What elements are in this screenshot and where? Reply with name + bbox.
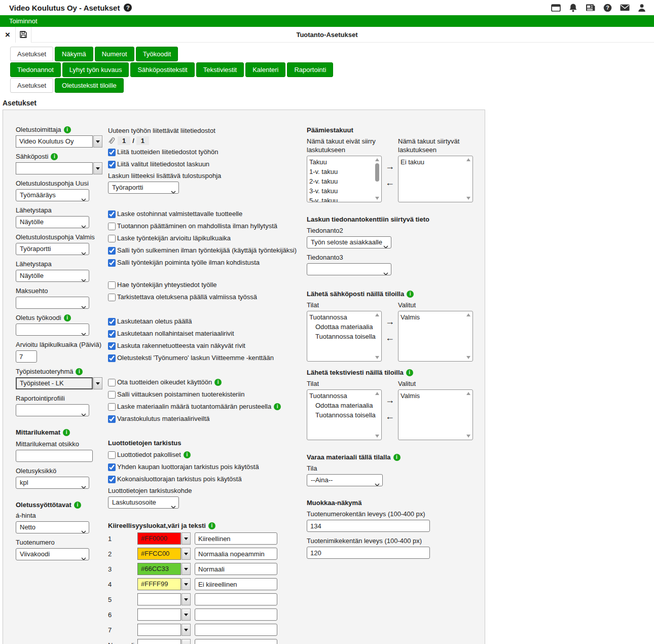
priority-color-combobox[interactable] [137,639,191,644]
oletustoimittaja-combobox[interactable]: Video Koulutus Oy [16,135,108,148]
email-valitut-listbox[interactable]: Valmis [398,311,473,362]
tuotenumero-select[interactable]: Viivakoodi [16,548,89,560]
priority-color-combobox[interactable]: #FF0000 [137,532,191,545]
priority-text-input[interactable] [195,609,277,621]
tab-asetukset[interactable]: Asetukset [10,47,53,61]
checkbox[interactable] [108,223,116,230]
priority-text-input[interactable] [195,532,277,545]
sms-valitut-listbox[interactable]: Valmis [398,389,473,440]
scroll-up-icon[interactable] [466,158,470,161]
lapikulkuaika-input[interactable] [16,350,37,363]
priority-color-combobox[interactable]: #FFCC00 [137,548,191,560]
priority-color-value[interactable] [137,639,181,644]
scroll-up-icon[interactable] [466,392,470,395]
checkbox[interactable] [108,403,116,411]
move-left-button[interactable]: ← [385,178,394,187]
window-icon[interactable] [551,4,561,12]
scroll-up-icon[interactable] [375,313,379,316]
scrollbar[interactable] [465,390,472,439]
save-button[interactable] [16,27,31,43]
checkbox[interactable] [108,235,116,242]
scroll-down-icon[interactable] [375,435,379,438]
tab-lyhyt-tyon-kuvaus[interactable]: Lyhyt työn kuvaus [62,62,129,77]
move-left-button[interactable]: ← [385,412,394,421]
checkbox[interactable] [108,294,116,301]
notifications-bell-icon[interactable] [569,3,577,12]
info-icon[interactable]: i [64,126,71,133]
oletustoimittaja-value[interactable]: Video Koulutus Oy [16,135,93,148]
tab-raportointi[interactable]: Raportointi [287,62,333,77]
checkbox[interactable] [108,281,116,289]
tulostuspohja-uusi-select[interactable]: Työmääräys [16,189,89,201]
move-right-button[interactable]: → [385,317,394,326]
move-left-button[interactable]: ← [385,333,394,342]
tuotenumero-leveys-input[interactable] [307,520,430,532]
dropdown-button[interactable] [181,593,191,605]
checkbox[interactable] [108,149,116,156]
tab-asetukset-sub[interactable]: Asetukset [10,78,53,93]
priority-color-combobox[interactable] [137,593,191,605]
info-icon[interactable]: i [51,153,58,160]
priority-color-combobox[interactable]: #FFFF99 [137,578,191,590]
sms-tilat-listbox[interactable]: Tuotannossa Odottaa materiaalia Tuotanno… [307,389,382,440]
list-item[interactable]: 2-v. takuu [309,176,373,186]
checkbox[interactable] [108,210,116,218]
info-icon[interactable]: i [274,403,281,410]
priority-color-value[interactable]: #FFFF99 [137,578,181,590]
tab-tekstiviestit[interactable]: Tekstiviestit [196,62,244,77]
list-item[interactable]: 1-v. takuu [309,167,373,176]
priority-text-input[interactable] [195,578,277,590]
tab-tiedonannot[interactable]: Tiedonannot [10,62,61,77]
list-item[interactable]: Tuotannossa toisella [309,410,373,420]
priority-color-value[interactable] [137,609,181,621]
dropdown-button[interactable] [181,548,191,560]
mail-icon[interactable] [620,4,630,11]
takuu-available-listbox[interactable]: Takuu 1-v. takuu 2-v. takuu 3-v. takuu 5… [307,156,382,202]
a-hinta-select[interactable]: Netto [16,521,89,533]
priority-color-value[interactable]: #FF0000 [137,532,181,545]
sahkoposti-value[interactable] [16,162,93,174]
info-icon[interactable]: i [76,368,83,375]
laskun-tulostuspohja-select[interactable]: Työraportti [108,182,179,194]
scrollbar[interactable] [374,157,381,201]
menu-toiminnot[interactable]: Toiminnot [9,17,38,25]
list-item[interactable]: Tuotannossa [309,312,373,322]
takuu-selected-listbox[interactable]: Ei takuu [398,156,473,202]
dropdown-button[interactable] [93,377,102,389]
checkbox[interactable] [108,318,116,326]
list-item[interactable]: 5-v. takuu [309,196,373,202]
raportointiprofiili-select[interactable] [16,404,89,416]
priority-text-input[interactable] [195,548,277,560]
dropdown-button[interactable] [181,578,191,590]
list-item[interactable]: Odottaa materiaalia [309,401,373,410]
move-right-button[interactable]: → [385,162,394,171]
checkbox[interactable] [108,259,116,267]
tiedonanto2-select[interactable]: Työn seloste asiakkaalle [307,236,391,248]
dropdown-button[interactable] [181,624,191,636]
tab-numerot[interactable]: Numerot [95,47,134,61]
checkbox[interactable] [108,415,116,423]
email-tilat-listbox[interactable]: Tuotannossa Odottaa materiaalia Tuotanno… [307,311,382,362]
user-icon[interactable] [638,4,646,12]
sahkoposti-combobox[interactable] [16,162,108,174]
checkbox[interactable] [108,354,116,362]
tyopistetuoteryhma-combobox[interactable]: Työpisteet - LK [16,377,108,389]
checkbox[interactable] [108,451,116,459]
checkbox[interactable] [108,476,116,483]
attachment-count[interactable]: 1 [118,136,130,145]
dropdown-button[interactable] [181,563,191,575]
info-icon[interactable]: i [214,379,222,386]
dropdown-button[interactable] [181,609,191,621]
tyopistetuoteryhma-value[interactable]: Työpisteet - LK [16,377,93,389]
tarkistuskohde-select[interactable]: Laskutusosoite [108,496,179,509]
tab-kalenteri[interactable]: Kalenteri [245,62,285,77]
oletus-tyokoodi-select[interactable] [16,324,89,336]
scroll-down-icon[interactable] [375,197,379,200]
move-right-button[interactable]: → [385,396,394,405]
priority-color-value[interactable] [137,624,181,636]
info-icon[interactable]: i [63,429,70,436]
scroll-down-icon[interactable] [466,356,470,359]
list-item[interactable]: 3-v. takuu [309,186,373,196]
priority-text-input[interactable] [195,563,277,575]
list-item[interactable]: Valmis [401,312,464,322]
